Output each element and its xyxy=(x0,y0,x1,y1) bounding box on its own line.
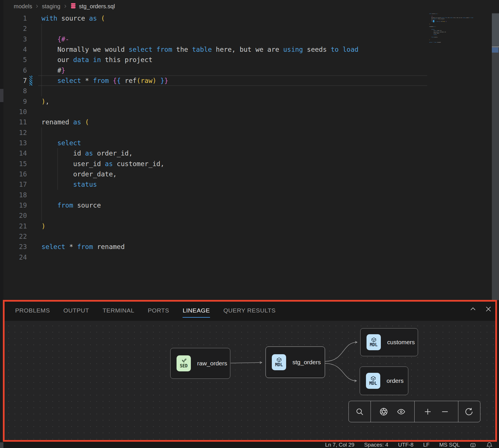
gutter xyxy=(27,252,41,262)
bell-icon[interactable] xyxy=(486,442,493,448)
encoding[interactable]: UTF-8 xyxy=(398,442,413,448)
code-line-21[interactable]: 21) xyxy=(3,221,499,231)
code-editor[interactable]: 1with source as (23 {#-4 Normally we wou… xyxy=(3,13,499,300)
close-panel-icon[interactable] xyxy=(485,305,492,313)
code-line-23[interactable]: 23select * from renamed xyxy=(3,242,499,252)
language-mode[interactable]: MS SQL xyxy=(439,442,460,448)
lineage-node-customers[interactable]: MDL customers xyxy=(360,328,418,356)
search-icon[interactable] xyxy=(355,407,364,416)
code-token: from xyxy=(77,243,93,250)
eol-setting[interactable]: LF xyxy=(423,442,429,448)
line-number: 8 xyxy=(3,86,27,96)
code-token: ) xyxy=(41,222,45,230)
breadcrumb-item-models[interactable]: models xyxy=(14,3,32,10)
code-token: # xyxy=(41,67,61,74)
code-line-4[interactable]: 4 Normally we would select from the tabl… xyxy=(3,44,499,55)
code-text: select * from renamed xyxy=(41,242,125,252)
indent-guide xyxy=(41,128,42,221)
code-token: data xyxy=(73,56,89,63)
code-line-20[interactable]: 20 xyxy=(3,210,499,221)
tab-terminal[interactable]: TERMINAL xyxy=(102,307,134,314)
gutter xyxy=(27,169,41,179)
code-token xyxy=(157,77,161,84)
node-label: orders xyxy=(387,377,404,384)
code-line-18[interactable]: 18 xyxy=(3,190,499,200)
code-line-24[interactable]: 24 xyxy=(3,252,499,262)
lineage-node-raw-orders[interactable]: SED raw_orders xyxy=(170,348,230,379)
line-number: 16 xyxy=(3,169,27,179)
code-line-19[interactable]: 19 from source xyxy=(3,200,499,210)
gutter xyxy=(27,23,41,34)
zoom-out-icon[interactable] xyxy=(441,407,449,416)
line-number: 18 xyxy=(3,190,27,200)
code-line-5[interactable]: 5 our data in this project xyxy=(3,55,499,65)
gutter xyxy=(27,221,41,231)
code-line-17[interactable]: 17 status xyxy=(3,179,499,190)
code-line-9[interactable]: 9), xyxy=(3,96,499,107)
code-token xyxy=(81,118,85,126)
code-token xyxy=(97,15,101,22)
code-line-1[interactable]: 1with source as ( xyxy=(3,13,499,23)
copilot-icon[interactable] xyxy=(470,441,476,448)
minimap[interactable]: with source as ( {#- Normally we would s… xyxy=(429,13,488,44)
indentation-setting[interactable]: Spaces: 4 xyxy=(364,442,389,448)
zoom-in-icon[interactable] xyxy=(423,407,432,416)
breadcrumb-file-name[interactable]: stg_orders.sql xyxy=(79,3,115,10)
code-line-13[interactable]: 13 select xyxy=(3,138,499,148)
code-token: using xyxy=(283,46,303,53)
code-line-14[interactable]: 14 id as order_id, xyxy=(3,148,499,158)
line-number: 12 xyxy=(3,128,27,138)
editor-scrollbar[interactable] xyxy=(492,13,499,300)
scrollbar-thumb[interactable] xyxy=(492,14,499,47)
code-token: seeds xyxy=(303,46,331,53)
code-line-22[interactable]: 22 xyxy=(3,231,499,242)
tab-query-results[interactable]: QUERY RESULTS xyxy=(223,307,276,314)
aperture-icon[interactable] xyxy=(379,407,388,416)
code-line-2[interactable]: 2 xyxy=(3,23,499,34)
model-badge: MDL xyxy=(367,334,381,350)
lineage-node-stg-orders[interactable]: MDL stg_orders xyxy=(266,347,325,378)
line-number: 2 xyxy=(3,23,27,34)
chevron-up-icon[interactable] xyxy=(469,305,477,313)
code-text: status xyxy=(41,179,97,190)
left-drag-handle[interactable] xyxy=(0,89,3,102)
tab-ports[interactable]: PORTS xyxy=(148,307,169,314)
code-text: order_date, xyxy=(41,169,117,179)
code-token: as xyxy=(85,150,93,157)
code-line-8[interactable]: 8 xyxy=(3,86,499,96)
tab-output[interactable]: OUTPUT xyxy=(64,307,89,314)
code-line-12[interactable]: 12 xyxy=(3,128,499,138)
lineage-node-orders[interactable]: MDL orders xyxy=(360,367,408,395)
cube-icon xyxy=(371,337,377,343)
breadcrumb-item-staging[interactable]: staging xyxy=(42,3,60,10)
code-line-3[interactable]: 3 {#- xyxy=(3,34,499,44)
code-token: order_date, xyxy=(41,170,117,178)
gutter xyxy=(27,86,41,96)
overview-modified-marker xyxy=(492,47,498,53)
line-number: 5 xyxy=(3,55,27,65)
code-token: as xyxy=(105,160,113,168)
seed-badge: SED xyxy=(177,355,191,371)
status-bar: Ln 7, Col 29 Spaces: 4 UTF-8 LF MS SQL xyxy=(3,442,499,448)
tab-lineage[interactable]: LINEAGE xyxy=(183,307,210,314)
code-line-15[interactable]: 15 user_id as customer_id, xyxy=(3,159,499,169)
cursor-position[interactable]: Ln 7, Col 29 xyxy=(325,442,354,448)
gutter xyxy=(27,55,41,65)
code-token: { xyxy=(117,77,121,84)
tab-problems[interactable]: PROBLEMS xyxy=(15,307,50,314)
node-label: stg_orders xyxy=(292,359,321,366)
code-line-11[interactable]: 11renamed as ( xyxy=(3,117,499,127)
database-icon xyxy=(70,3,76,10)
refresh-icon[interactable] xyxy=(465,407,473,416)
code-token: here, but we are xyxy=(212,46,283,53)
code-line-7[interactable]: 7 select * from {{ ref(raw) }} xyxy=(3,75,499,86)
code-line-6[interactable]: 6 #} xyxy=(3,65,499,75)
bottom-left-block xyxy=(0,442,3,448)
lineage-canvas[interactable]: SED raw_orders MDL stg_orders MDL custom… xyxy=(3,321,497,440)
line-number: 13 xyxy=(3,138,27,148)
code-line-16[interactable]: 16 order_date, xyxy=(3,169,499,179)
eye-icon[interactable] xyxy=(397,407,406,416)
code-token: renamed xyxy=(41,118,73,126)
code-token: } xyxy=(61,67,65,74)
code-line-10[interactable]: 10 xyxy=(3,107,499,117)
